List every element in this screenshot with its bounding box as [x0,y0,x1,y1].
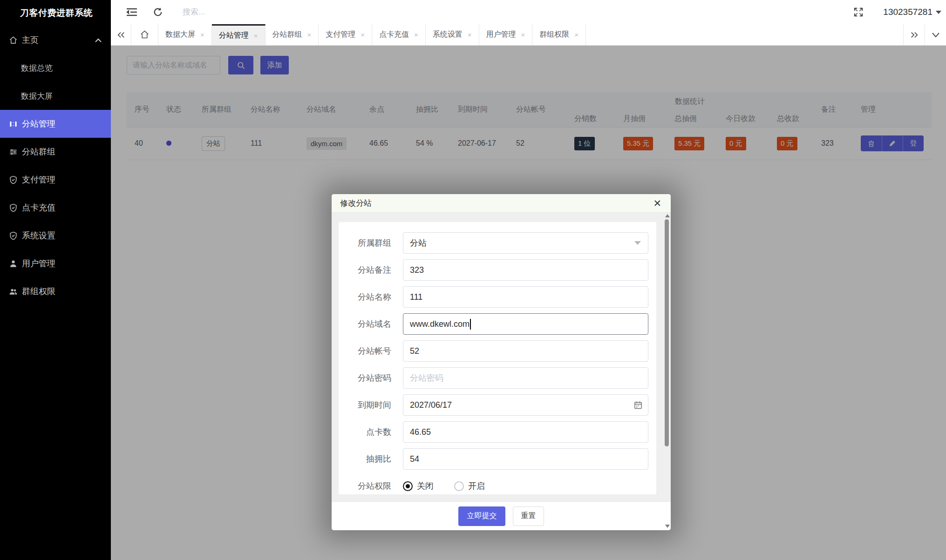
card-points-value: 46.65 [410,427,431,437]
global-search-input[interactable] [183,7,378,17]
field-label: 分站域名 [339,318,397,330]
tab-label: 点卡充值 [379,30,409,40]
chevron-up-icon [95,38,102,42]
field-label: 分站密码 [339,372,397,384]
scroll-down-icon[interactable] [665,525,670,528]
domain-input[interactable]: www.dkewl.com [403,313,648,335]
tab-site-group[interactable]: 分站群组 × [265,24,319,45]
group-select-value: 分站 [410,237,427,249]
app-title: 刀客付费进群系统 [0,0,111,26]
sidebar-item-data-screen[interactable]: 数据大屏 [0,82,111,110]
scrollbar-thumb[interactable] [665,219,669,446]
reset-button[interactable]: 重置 [513,506,544,526]
edit-site-form: 所属群组 分站 分站备注 323 分站名称 111 分站域名 [339,222,656,494]
tab-label: 用户管理 [486,30,516,40]
tabbar: 数据大屏 × 分站管理 × 分站群组 × 支付管理 × 点卡充值 × 系统设置 … [111,24,946,46]
tab-system-settings[interactable]: 系统设置 × [426,24,479,45]
sidebar-item-label: 支付管理 [22,174,55,185]
field-label: 所属群组 [339,237,397,249]
calendar-icon [633,400,643,410]
tab-label: 系统设置 [433,30,463,40]
account-value: 52 [410,346,419,356]
sidebar-item-site-group[interactable]: 分站群组 [0,138,111,166]
permission-radio-group: 关闭 开启 [403,480,485,492]
fullscreen-icon[interactable] [853,7,864,17]
users-icon [9,287,18,296]
password-input[interactable]: 分站密码 [403,367,648,389]
tab-group-permission[interactable]: 群组权限 × [532,24,586,45]
sliders-icon [9,148,18,156]
close-icon[interactable]: × [254,32,258,40]
close-icon[interactable]: × [307,31,312,39]
sidebar-item-payment[interactable]: 支付管理 [0,166,111,194]
field-label: 分站权限 [339,480,397,492]
tab-label: 分站管理 [219,31,249,40]
tab-data-screen[interactable]: 数据大屏 × [158,24,212,45]
tab-site-manage[interactable]: 分站管理 × [212,24,265,45]
close-icon[interactable]: ✕ [653,198,661,208]
sidebar-item-system-settings[interactable]: 系统设置 [0,222,111,250]
tab-card-recharge[interactable]: 点卡充值 × [372,24,426,45]
site-name-input[interactable]: 111 [403,286,648,308]
radio-unselected-icon [454,481,464,491]
commission-rate-input[interactable]: 54 [403,448,648,470]
sidebar-item-label: 用户管理 [22,258,55,269]
sidebar-item-label: 系统设置 [22,230,55,241]
shield-check-icon [9,175,18,184]
password-placeholder: 分站密码 [410,372,443,384]
shield-check-icon [9,231,18,240]
user-menu[interactable]: 1302357281 [883,7,941,17]
home-icon [9,36,18,45]
close-icon[interactable]: × [574,31,578,39]
field-label: 分站名称 [339,291,397,303]
field-label: 到期时间 [339,399,397,411]
tab-home[interactable] [131,24,158,45]
close-icon[interactable]: × [200,31,204,39]
group-select[interactable]: 分站 [403,232,648,254]
modal-scrollbar[interactable] [664,213,670,529]
refresh-icon[interactable] [153,7,163,17]
modal-header: 修改分站 ✕ [332,194,671,213]
tabs-scroll-right-button[interactable] [903,24,925,45]
radio-option-off[interactable]: 关闭 [403,480,434,492]
close-icon[interactable]: × [361,31,365,39]
tabbar-spacer [586,24,903,45]
sidebar-item-label: 群组权限 [22,286,55,297]
scroll-up-icon[interactable] [665,214,670,217]
tab-payment[interactable]: 支付管理 × [319,24,372,45]
radio-option-on[interactable]: 开启 [454,480,485,492]
remark-input[interactable]: 323 [403,259,648,281]
sidebar-item-site-manage[interactable]: 分站管理 [0,110,111,138]
expire-date-input[interactable]: 2027/06/17 [403,394,648,416]
account-input[interactable]: 52 [403,340,648,362]
card-points-input[interactable]: 46.65 [403,421,648,443]
collapse-sidebar-icon[interactable] [126,7,138,17]
text-cursor [470,319,471,330]
tabs-scroll-left-button[interactable] [111,24,131,45]
sidebar-item-home[interactable]: 主页 [0,26,111,54]
close-icon[interactable]: × [414,31,418,39]
sidebar-item-card-recharge[interactable]: 点卡充值 [0,194,111,222]
modal-body: 所属群组 分站 分站备注 323 分站名称 111 分站域名 [332,213,671,501]
sidebar-item-group-permission[interactable]: 群组权限 [0,277,111,305]
user-icon [9,259,18,268]
field-label: 分站备注 [339,264,397,276]
shield-check-icon [9,203,18,212]
close-icon[interactable]: × [468,31,472,39]
field-label: 抽拥比 [339,453,397,465]
tab-user-manage[interactable]: 用户管理 × [479,24,533,45]
submit-button[interactable]: 立即提交 [458,506,505,526]
radio-selected-icon [403,481,413,491]
chevron-down-icon [936,11,941,14]
tabs-menu-button[interactable] [925,24,946,45]
radio-label: 开启 [468,480,485,492]
radio-label: 关闭 [417,480,434,492]
sidebar-item-label: 数据大屏 [21,91,53,101]
site-name-value: 111 [410,292,422,302]
topbar: 1302357281 [111,0,946,24]
sidebar-item-user-manage[interactable]: 用户管理 [0,250,111,277]
modal-title: 修改分站 [340,198,372,209]
chevron-down-icon [634,241,641,245]
sidebar-item-data-overview[interactable]: 数据总览 [0,54,111,82]
close-icon[interactable]: × [521,31,525,39]
